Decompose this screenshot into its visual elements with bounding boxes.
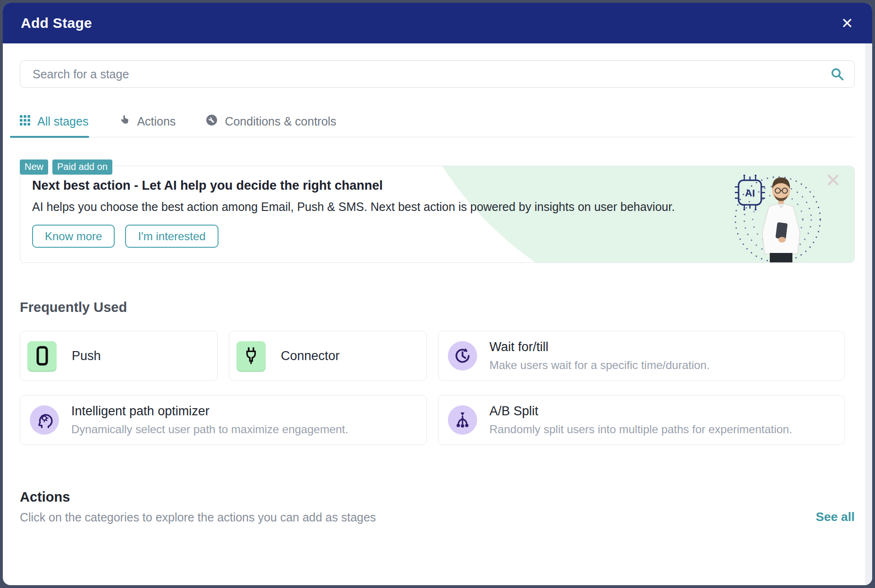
card-title: A/B Split (489, 404, 792, 419)
card-title: Wait for/till (489, 340, 710, 354)
card-text: A/B Split Randomly split users into mult… (489, 404, 792, 436)
wait-clock-icon (448, 341, 477, 370)
see-all-link[interactable]: See all (816, 510, 855, 524)
tab-actions[interactable]: Actions (118, 114, 176, 137)
stage-card-intelligent-path-optimizer[interactable]: Intelligent path optimizer Dynamically s… (20, 395, 427, 445)
promo-banner: Next best action - Let AI help you decid… (20, 166, 855, 263)
card-label: Push (72, 349, 101, 363)
stage-cards-grid: Push Connector (20, 331, 845, 445)
tab-label: All stages (37, 115, 88, 128)
frequently-used-heading: Frequently Used (20, 300, 855, 315)
scrollbar-track[interactable] (865, 43, 872, 585)
actions-subtitle: Click on the categories to explore the a… (20, 511, 376, 524)
modal-title: Add Stage (21, 15, 92, 31)
stage-card-wait[interactable]: Wait for/till Make users wait for a spec… (438, 331, 845, 381)
modal-body: All stages Actions Conditions & contr (3, 43, 872, 585)
stage-card-ab-split[interactable]: A/B Split Randomly split users into mult… (438, 395, 845, 445)
grid-icon (20, 115, 30, 128)
wrench-icon (206, 114, 218, 129)
card-text: Wait for/till Make users wait for a spec… (489, 340, 710, 372)
add-stage-modal: Add Stage ✕ (3, 3, 872, 585)
actions-heading-block: Actions Click on the categories to explo… (20, 489, 376, 524)
stage-card-push[interactable]: Push (20, 331, 218, 381)
banner-title: Next best action - Let AI help you decid… (32, 178, 383, 193)
card-description: Make users wait for a specific time/dura… (489, 359, 710, 372)
actions-section-header: Actions Click on the categories to explo… (20, 489, 855, 524)
card-text: Intelligent path optimizer Dynamically s… (71, 404, 348, 436)
card-description: Randomly split users into multiple paths… (489, 423, 792, 436)
promo-banner-wrap: New Paid add on Next best action - Let A… (20, 166, 855, 263)
banner-buttons: Know more I'm interested (32, 225, 219, 248)
actions-heading: Actions (20, 489, 376, 505)
banner-description: AI helps you choose the best action amon… (32, 200, 675, 214)
stage-card-connector[interactable]: Connector (229, 331, 427, 381)
ai-chip-label: AI (745, 187, 755, 198)
search-icon (830, 67, 844, 83)
head-gear-icon (30, 405, 59, 435)
connector-plug-icon (236, 341, 266, 370)
tab-conditions-controls[interactable]: Conditions & controls (206, 114, 336, 137)
split-branch-icon (448, 405, 477, 435)
modal-header: Add Stage ✕ (3, 3, 872, 43)
tab-label: Actions (137, 115, 176, 128)
card-label: Connector (281, 349, 340, 363)
man-with-phone (762, 177, 800, 262)
know-more-button[interactable]: Know more (32, 225, 115, 248)
new-badge: New (19, 159, 49, 175)
push-phone-icon (27, 341, 57, 370)
search-input[interactable] (20, 60, 855, 88)
tab-label: Conditions & controls (225, 115, 336, 128)
banner-badges: New Paid add on (19, 159, 113, 175)
ai-chip-icon: AI (735, 175, 765, 210)
tap-icon (118, 115, 130, 129)
tab-all-stages[interactable]: All stages (20, 114, 88, 137)
banner-close-icon[interactable]: ✕ (825, 171, 841, 190)
card-title: Intelligent path optimizer (71, 404, 348, 419)
paid-addon-badge: Paid add on (52, 159, 113, 175)
card-description: Dynamically select user path to maximize… (71, 423, 348, 436)
close-icon[interactable]: ✕ (841, 16, 853, 31)
interested-button[interactable]: I'm interested (125, 225, 218, 248)
search-bar (20, 60, 855, 88)
stage-tabs: All stages Actions Conditions & contr (20, 114, 855, 137)
